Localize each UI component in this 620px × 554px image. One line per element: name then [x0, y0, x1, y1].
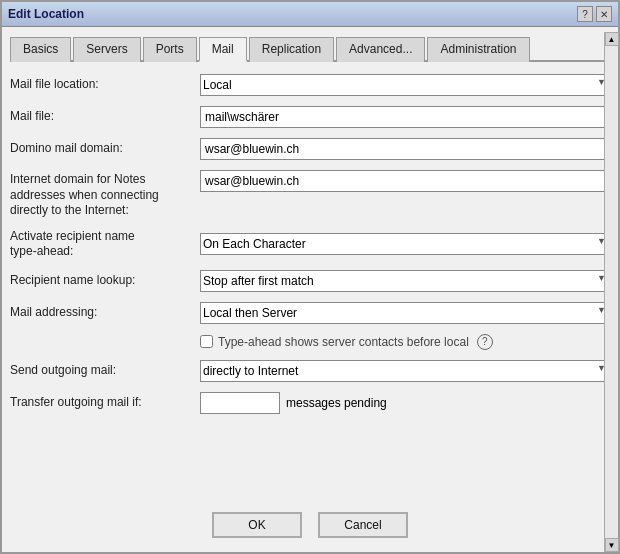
- recipient-lookup-field: Stop after first match Exhaustively Neve…: [200, 270, 610, 292]
- tab-advanced[interactable]: Advanced...: [336, 37, 425, 62]
- edit-location-window: Edit Location ? ✕ Basics Servers Ports M…: [0, 0, 620, 554]
- activate-typeahead-select[interactable]: On Each Character Never Manually: [200, 233, 610, 255]
- activate-typeahead-field: On Each Character Never Manually: [200, 233, 610, 255]
- send-outgoing-field: directly to Internet through Domino serv…: [200, 360, 610, 382]
- domino-mail-domain-field: [200, 138, 610, 160]
- tab-bar: Basics Servers Ports Mail Replication Ad…: [10, 35, 610, 62]
- close-button[interactable]: ✕: [596, 6, 612, 22]
- internet-domain-input[interactable]: [200, 170, 610, 192]
- button-row: OK Cancel: [10, 502, 610, 544]
- activate-typeahead-row: Activate recipient nametype-ahead: On Ea…: [10, 229, 610, 260]
- mail-file-label: Mail file:: [10, 109, 200, 125]
- transfer-input[interactable]: [200, 392, 280, 414]
- domino-mail-domain-row: Domino mail domain:: [10, 138, 610, 160]
- title-bar: Edit Location ? ✕: [2, 2, 618, 27]
- mail-addressing-field: Local then Server Server then Local Loca…: [200, 302, 610, 324]
- recipient-lookup-label: Recipient name lookup:: [10, 273, 200, 289]
- mail-addressing-row: Mail addressing: Local then Server Serve…: [10, 302, 610, 324]
- window-body: Basics Servers Ports Mail Replication Ad…: [2, 27, 618, 552]
- mail-file-location-field: Local On Server Desktop: [200, 74, 610, 96]
- internet-domain-field: [200, 170, 610, 192]
- scrollbar: ▲ ▼: [604, 32, 618, 552]
- mail-addressing-select[interactable]: Local then Server Server then Local Loca…: [200, 302, 610, 324]
- spacer: [10, 424, 610, 492]
- typeahead-checkbox[interactable]: [200, 335, 213, 348]
- transfer-label: Transfer outgoing mail if:: [10, 395, 200, 411]
- typeahead-checkbox-row: Type-ahead shows server contacts before …: [200, 334, 610, 350]
- internet-domain-row: Internet domain for Notesaddresses when …: [10, 170, 610, 219]
- help-button[interactable]: ?: [577, 6, 593, 22]
- activate-typeahead-label: Activate recipient nametype-ahead:: [10, 229, 200, 260]
- send-outgoing-label: Send outgoing mail:: [10, 363, 200, 379]
- tab-replication[interactable]: Replication: [249, 37, 334, 62]
- activate-typeahead-select-wrapper: On Each Character Never Manually: [200, 233, 610, 255]
- send-outgoing-select-wrapper: directly to Internet through Domino serv…: [200, 360, 610, 382]
- window-title: Edit Location: [8, 7, 84, 21]
- tab-servers[interactable]: Servers: [73, 37, 140, 62]
- recipient-lookup-row: Recipient name lookup: Stop after first …: [10, 270, 610, 292]
- tab-mail[interactable]: Mail: [199, 37, 247, 62]
- mail-file-row: Mail file:: [10, 106, 610, 128]
- domino-mail-domain-input[interactable]: [200, 138, 610, 160]
- messages-pending-label: messages pending: [286, 396, 387, 410]
- form-area: Mail file location: Local On Server Desk…: [10, 74, 610, 544]
- recipient-lookup-select-wrapper: Stop after first match Exhaustively Neve…: [200, 270, 610, 292]
- typeahead-help-icon[interactable]: ?: [477, 334, 493, 350]
- title-bar-buttons: ? ✕: [577, 6, 612, 22]
- mail-addressing-select-wrapper: Local then Server Server then Local Loca…: [200, 302, 610, 324]
- scroll-up-button[interactable]: ▲: [605, 32, 619, 46]
- ok-button[interactable]: OK: [212, 512, 302, 538]
- tab-administration[interactable]: Administration: [427, 37, 529, 62]
- mail-file-input[interactable]: [200, 106, 610, 128]
- scroll-down-button[interactable]: ▼: [605, 538, 619, 552]
- mail-file-field: [200, 106, 610, 128]
- transfer-row: Transfer outgoing mail if: messages pend…: [10, 392, 610, 414]
- scroll-track[interactable]: [605, 46, 618, 538]
- typeahead-checkbox-label: Type-ahead shows server contacts before …: [218, 335, 469, 349]
- internet-domain-label: Internet domain for Notesaddresses when …: [10, 170, 200, 219]
- recipient-lookup-select[interactable]: Stop after first match Exhaustively Neve…: [200, 270, 610, 292]
- mail-file-location-select-wrapper: Local On Server Desktop: [200, 74, 610, 96]
- transfer-field: messages pending: [200, 392, 610, 414]
- mail-file-location-label: Mail file location:: [10, 77, 200, 93]
- mail-file-location-select[interactable]: Local On Server Desktop: [200, 74, 610, 96]
- send-outgoing-row: Send outgoing mail: directly to Internet…: [10, 360, 610, 382]
- mail-addressing-label: Mail addressing:: [10, 305, 200, 321]
- tab-ports[interactable]: Ports: [143, 37, 197, 62]
- domino-mail-domain-label: Domino mail domain:: [10, 141, 200, 157]
- cancel-button[interactable]: Cancel: [318, 512, 408, 538]
- mail-file-location-row: Mail file location: Local On Server Desk…: [10, 74, 610, 96]
- send-outgoing-select[interactable]: directly to Internet through Domino serv…: [200, 360, 610, 382]
- tab-basics[interactable]: Basics: [10, 37, 71, 62]
